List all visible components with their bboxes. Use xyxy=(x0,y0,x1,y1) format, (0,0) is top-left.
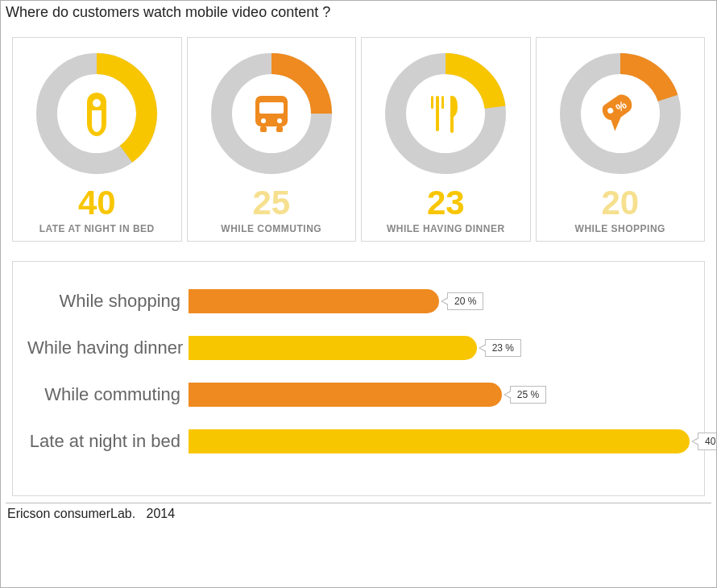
donut-value: 20 xyxy=(601,186,639,220)
donut-chart: % xyxy=(556,49,685,178)
bus-icon xyxy=(207,49,336,178)
bar-fill xyxy=(189,289,439,313)
donut-chart xyxy=(207,49,336,178)
shopping-icon: % xyxy=(556,49,685,178)
svg-point-5 xyxy=(261,118,266,123)
bar-track: 25 % xyxy=(189,383,690,407)
bar-row: While shopping20 % xyxy=(27,289,690,313)
footer-source: Ericson consumerLab. 2014 xyxy=(6,503,711,521)
bed-icon xyxy=(32,49,161,178)
donut-card: 40LATE AT NIGHT IN BED xyxy=(12,37,182,242)
bar-label: While commuting xyxy=(27,384,189,405)
donut-value: 25 xyxy=(252,186,290,220)
donut-card: %20WHILE SHOPPING xyxy=(536,37,706,242)
bar-value-badge: 23 % xyxy=(485,339,521,357)
bar-track: 23 % xyxy=(189,336,690,360)
donut-row: 40LATE AT NIGHT IN BED25WHILE COMMUTING2… xyxy=(1,23,716,246)
donut-chart xyxy=(32,49,161,178)
bar-row: While commuting25 % xyxy=(27,383,690,407)
bar-label: Late at night in bed xyxy=(27,431,189,452)
bar-track: 40 % xyxy=(189,429,690,453)
bar-fill xyxy=(189,336,477,360)
bar-label: While shopping xyxy=(27,291,189,312)
svg-point-1 xyxy=(93,99,101,107)
donut-label: WHILE SHOPPING xyxy=(575,223,665,234)
svg-rect-10 xyxy=(436,96,439,131)
donut-value: 23 xyxy=(427,186,465,220)
bar-track: 20 % xyxy=(189,289,690,313)
bar-label: While having dinner xyxy=(27,337,189,358)
bar-fill xyxy=(189,383,502,407)
bar-row: Late at night in bed40 % xyxy=(27,429,690,453)
bars-panel: While shopping20 %While having dinner23 … xyxy=(12,261,705,496)
donut-card: 23WHILE HAVING DINNER xyxy=(361,37,531,242)
svg-point-6 xyxy=(277,118,282,123)
donut-label: WHILE HAVING DINNER xyxy=(387,223,505,234)
bar-row: While having dinner23 % xyxy=(27,336,690,360)
bar-fill xyxy=(189,429,690,453)
bar-value-badge: 20 % xyxy=(447,292,483,310)
donut-label: LATE AT NIGHT IN BED xyxy=(39,223,155,234)
donut-label: WHILE COMMUTING xyxy=(221,223,321,234)
svg-rect-8 xyxy=(276,126,283,132)
donut-card: 25WHILE COMMUTING xyxy=(187,37,357,242)
bar-value-badge: 25 % xyxy=(510,386,546,404)
donut-value: 40 xyxy=(78,186,116,220)
svg-rect-7 xyxy=(260,126,267,132)
svg-rect-12 xyxy=(441,96,444,109)
page-title: Where do customers watch mobile video co… xyxy=(1,1,716,23)
dinner-icon xyxy=(381,49,510,178)
svg-rect-11 xyxy=(431,96,433,109)
svg-rect-4 xyxy=(259,102,284,114)
bar-value-badge: 40 % xyxy=(698,433,717,450)
donut-chart xyxy=(381,49,510,178)
